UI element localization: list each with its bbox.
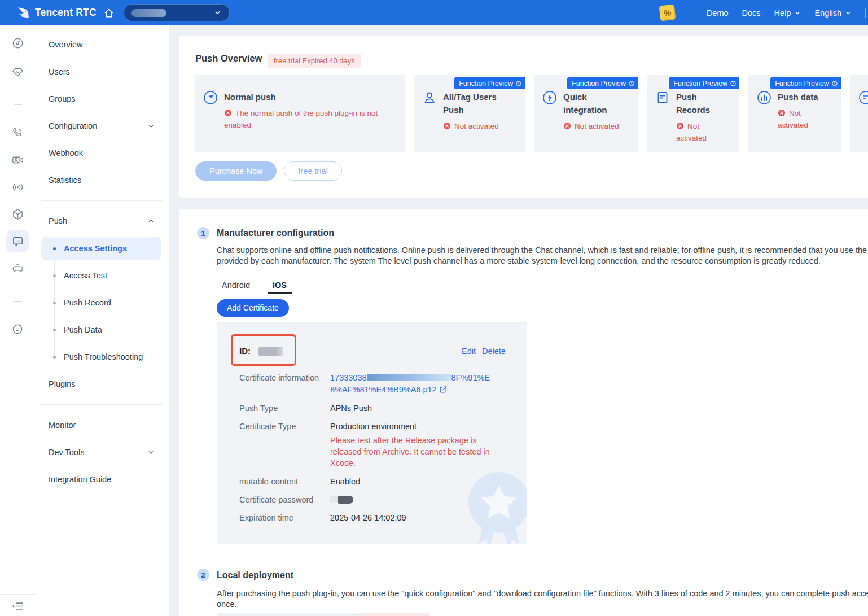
bullet-icon — [53, 247, 56, 250]
tencent-rtc-logo-icon — [16, 6, 30, 20]
tab-ios[interactable]: iOS — [273, 281, 287, 290]
rail-item-feedback[interactable] — [6, 317, 29, 340]
purchase-now-button[interactable]: Purchase Now — [195, 161, 277, 181]
certificate-file-link[interactable]: 173330388F%91%E8%AF%81%E4%B9%A6.p12 — [330, 372, 497, 396]
bullet-icon — [53, 302, 56, 304]
sidebar-item-configuration[interactable]: Configuration — [36, 112, 169, 139]
certificate-type-warning: Please test after the Release package is… — [330, 435, 497, 469]
external-link-icon — [439, 386, 447, 394]
rail-divider — [14, 104, 22, 105]
home-icon[interactable] — [103, 7, 115, 19]
expiration-time-value: 2025-04-26 14:02:09 — [330, 512, 406, 524]
sidebar-item-statistics[interactable]: Statistics — [36, 167, 169, 194]
tencent-rtc-console: { "header": { "brand": "Tencent RTC", "n… — [0, 0, 868, 616]
sidebar-item-push[interactable]: Push — [36, 207, 169, 234]
sidebar-item-groups[interactable]: Groups — [36, 85, 169, 112]
rail-item-game[interactable] — [6, 257, 29, 279]
page-title: Push Overview — [195, 53, 262, 64]
rail-item-chat-active[interactable] — [6, 230, 29, 252]
phone-call-icon — [11, 126, 24, 139]
feature-card-title: All/Tag Users Push — [443, 90, 517, 116]
sidebar-item-dev-tools[interactable]: Dev Tools — [36, 439, 169, 466]
chevron-down-icon — [147, 449, 155, 456]
redacted-app-name — [131, 9, 166, 17]
rail-item-overview[interactable] — [6, 32, 29, 54]
step-2-badge: 2 — [197, 569, 209, 581]
rail-item-video[interactable] — [6, 148, 29, 171]
sidebar-item-plugins[interactable]: Plugins — [36, 370, 169, 397]
sidebar-item-push-record[interactable]: Push Record — [41, 291, 161, 314]
feature-card-partial — [850, 75, 868, 152]
certificate-password-value — [330, 494, 353, 506]
product-icon-rail — [0, 25, 36, 616]
certificate-panel: ID: Edit Delete Certificate information … — [217, 322, 527, 544]
local-deployment-partial-row: Not activated — [217, 613, 429, 616]
feature-card-all-tag-users-push: Function Preview All/Tag Users Push Not … — [414, 75, 525, 152]
paper-plane-icon — [203, 90, 218, 105]
mutable-content-value: Enabled — [330, 476, 360, 488]
rail-item-call[interactable] — [6, 121, 29, 143]
divider — [41, 404, 163, 405]
push-overview-card: Push Overview free trial Expired 40 days… — [179, 36, 868, 198]
certificate-medal-watermark-icon — [459, 470, 527, 544]
nav-demo[interactable]: Demo — [707, 8, 729, 18]
chevron-down-icon — [147, 123, 155, 130]
function-preview-badge: Function Preview — [567, 77, 638, 89]
step-1-description-line1: Chat supports online and offline push no… — [217, 245, 868, 256]
certificate-type-label: Certificate Type — [239, 421, 324, 432]
sidebar-item-push-troubleshooting[interactable]: Push Troubleshooting — [41, 345, 161, 369]
function-preview-badge: Function Preview — [454, 77, 525, 89]
partial-row-cell — [217, 613, 362, 616]
feature-card-status: Not activated — [443, 120, 517, 132]
diamond-icon — [11, 65, 24, 78]
error-circle-icon — [676, 122, 684, 130]
edit-link[interactable]: Edit — [462, 347, 476, 356]
nav-language[interactable]: English — [814, 8, 852, 18]
compass-icon — [11, 37, 24, 50]
push-type-value: APNs Push — [330, 403, 372, 414]
rail-item-live[interactable] — [6, 176, 29, 198]
trial-expired-badge: free trial Expired 40 days — [268, 54, 361, 68]
step-2-title: Local deployment — [217, 570, 293, 580]
bullet-icon — [53, 356, 56, 359]
tab-android[interactable]: Android — [222, 281, 250, 290]
nav-docs[interactable]: Docs — [742, 8, 761, 18]
free-trial-button[interactable]: free trial — [284, 161, 341, 181]
app-header: Tencent RTC % Demo Docs Help English — [0, 0, 868, 25]
sidebar-item-integration-guide[interactable]: Integration Guide — [36, 466, 169, 493]
push-type-label: Push Type — [239, 403, 324, 414]
function-preview-badge: Function Preview — [770, 77, 841, 89]
nav-help[interactable]: Help — [774, 8, 801, 18]
sidebar-item-overview[interactable]: Overview — [36, 31, 169, 58]
sidebar-item-webhook[interactable]: Webhook — [36, 139, 169, 167]
sidebar-item-access-settings[interactable]: Access Settings — [41, 237, 161, 260]
coupon-icon[interactable]: % — [659, 5, 676, 21]
sidebar-item-access-test[interactable]: Access Test — [41, 264, 161, 287]
sidebar-item-monitor[interactable]: Monitor — [36, 412, 169, 439]
add-certificate-button[interactable]: Add Certificate — [217, 299, 289, 317]
sidebar-collapse-button[interactable] — [6, 595, 29, 616]
expiration-time-label: Expiration time — [239, 512, 324, 523]
divider — [41, 200, 163, 201]
rail-item-sdk[interactable] — [6, 203, 29, 225]
error-circle-icon — [778, 109, 786, 117]
mutable-content-label: mutable-content — [239, 476, 324, 487]
feature-card-title: Normal push — [224, 90, 397, 103]
function-preview-badge: Function Preview — [669, 77, 739, 89]
sidebar-menu: Overview Users Groups Configuration Webh… — [36, 25, 170, 616]
certificate-information-label: Certificate information — [239, 372, 324, 383]
certificate-id-label: ID: — [239, 346, 251, 356]
sdkappid-dropdown[interactable] — [124, 4, 230, 21]
feature-card-normal-push: Normal push The normal push of the push … — [195, 75, 405, 152]
feature-card-status: Not activated — [676, 120, 731, 144]
redacted-certificate-id — [258, 347, 283, 356]
rail-item-membership[interactable] — [6, 60, 29, 83]
clock-icon — [515, 80, 522, 87]
sidebar-item-push-data[interactable]: Push Data — [41, 318, 161, 342]
step-2-description-line2: once. — [217, 599, 236, 610]
feature-card-status: Not activated — [778, 107, 833, 131]
delete-link[interactable]: Delete — [482, 347, 506, 356]
redacted-password — [338, 496, 353, 504]
certificate-password-label: Certificate password — [239, 494, 324, 505]
sidebar-item-users[interactable]: Users — [36, 58, 169, 85]
